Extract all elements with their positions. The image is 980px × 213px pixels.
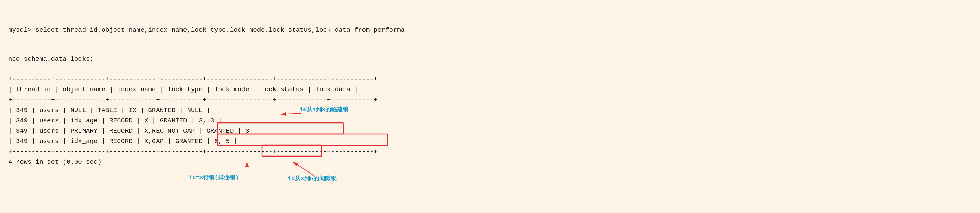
table-separator-top: +----------+-------------+------------+-… bbox=[8, 74, 972, 84]
footer-line: 4 rows in set (0.00 sec) bbox=[8, 158, 972, 166]
table-row-1: | 349 | users | NULL | TABLE | IX | GRAN… bbox=[8, 105, 972, 115]
table-container: +----------+-------------+------------+-… bbox=[8, 74, 972, 157]
table-separator-bot: +----------+-------------+------------+-… bbox=[8, 147, 972, 157]
table-header: | thread_id | object_name | index_name |… bbox=[8, 84, 972, 95]
query-line-2: nce_schema.data_locks; bbox=[8, 54, 972, 64]
table-row-3: | 349 | users | PRIMARY | RECORD | X,REC… bbox=[8, 126, 972, 136]
table-row-4: | 349 | users | idx_age | RECORD | X,GAP… bbox=[8, 136, 972, 146]
table-row-2: | 349 | users | idx_age | RECORD | X | G… bbox=[8, 116, 972, 126]
terminal-output: mysql> select thread_id,object_name,inde… bbox=[8, 7, 972, 74]
annotation-3-text: id从3到5的间隙锁 bbox=[288, 175, 337, 182]
annotation-2-text: id=3行锁(排他锁) bbox=[189, 174, 239, 181]
query-line-1: mysql> select thread_id,object_name,inde… bbox=[8, 25, 972, 35]
table-separator-mid: +----------+-------------+------------+-… bbox=[8, 95, 972, 105]
annotation-1-text: id从1到3的临建锁 bbox=[300, 106, 348, 113]
